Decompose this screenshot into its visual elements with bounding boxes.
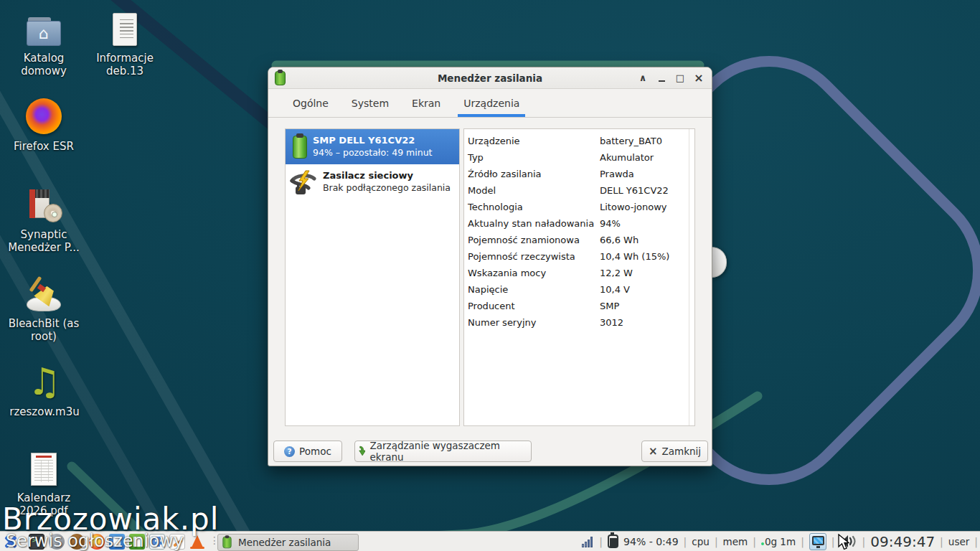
document-icon (113, 13, 137, 46)
screensaver-arrow-icon (355, 446, 365, 457)
tray-battery-icon[interactable] (608, 534, 618, 548)
separator: | (940, 536, 943, 547)
desktop-icon-deb-info[interactable]: Informacje deb.13 (83, 9, 167, 78)
device-status: Brak podłączonego zasilania (323, 182, 451, 194)
bleachbit-icon (24, 276, 64, 311)
close-x-icon: × (649, 445, 658, 458)
desktop-icon-label: rzeszow.m3u (2, 405, 87, 418)
clock[interactable]: 09:49:47 (870, 533, 935, 550)
home-folder-icon: ⌂ (27, 17, 61, 46)
device-row-battery[interactable]: SMP DELL Y61CV22 94% – pozostało: 49 min… (286, 129, 459, 164)
shade-icon[interactable]: ∧ (637, 72, 649, 84)
music-note-icon: ♫ (28, 364, 62, 400)
task-button-label: Menedżer zasilania (238, 537, 331, 548)
tab-bar: Ogólne System Ekran Urządzenia (268, 89, 712, 118)
table-row: TechnologiaLitowo-jonowy (468, 199, 694, 215)
device-details-table: Urządzeniebattery_BAT0 TypAkumulator Źró… (463, 128, 695, 426)
task-button-power-manager[interactable]: Menedżer zasilania (217, 534, 359, 551)
separator: | (684, 536, 687, 547)
desktop-icon-label: Firefox ESR (1, 140, 86, 153)
separator: | (862, 536, 866, 547)
minimize-icon[interactable] (656, 72, 667, 84)
calendar-icon (31, 453, 57, 486)
desktop-icon-playlist[interactable]: ♫ rzeszow.m3u (2, 362, 87, 418)
device-row-ac[interactable]: Zasilacz sieciowy Brak podłączonego zasi… (286, 164, 459, 199)
desktop-icon-firefox[interactable]: Firefox ESR (1, 97, 86, 153)
screensaver-button[interactable]: Zarządzanie wygaszaczem ekranu (354, 441, 532, 462)
table-row: Numer seryjny3012 (468, 314, 694, 331)
table-row: Źródło zasilaniaPrawda (468, 166, 694, 182)
mem-monitor[interactable]: mem (723, 536, 748, 547)
device-name: Zasilacz sieciowy (323, 170, 451, 182)
table-row: Pojemność znamionowa66,6 Wh (468, 232, 694, 248)
firefox-icon (26, 98, 62, 134)
separator: | (715, 536, 718, 547)
power-manager-window: Menedżer zasilania ∧ □ × Ogólne System E… (268, 67, 712, 466)
user-label: user (948, 536, 969, 547)
separator: | (753, 536, 756, 547)
desktop-icon-synaptic[interactable]: Synaptic Menedżer P... (1, 185, 86, 255)
tab-ekran[interactable]: Ekran (400, 89, 452, 117)
device-name: SMP DELL Y61CV22 (313, 135, 433, 147)
tray-battery-text[interactable]: 94% - 0:49 (623, 536, 679, 547)
table-row: Pojemność rzeczywista10,4 Wh (15%) (468, 248, 694, 265)
help-button-label: Pomoc (299, 446, 331, 457)
maximize-icon[interactable]: □ (674, 72, 686, 84)
table-row: Aktualny stan naładowania94% (468, 215, 694, 232)
table-row: ModelDELL Y61CV22 (468, 182, 694, 199)
device-list: SMP DELL Y61CV22 94% – pozostało: 49 min… (285, 128, 460, 426)
desktop-icon-label: Informacje deb.13 (83, 52, 167, 78)
titlebar[interactable]: Menedżer zasilania ∧ □ × (268, 67, 712, 89)
table-row: Napięcie10,4 V (468, 281, 694, 298)
desktop-icon-label: Katalog domowy (1, 52, 86, 78)
battery-icon (222, 537, 231, 548)
separator: | (801, 536, 804, 547)
close-window-button[interactable]: × Zamknij (641, 441, 708, 462)
network-monitor-icon[interactable] (809, 533, 826, 550)
synaptic-icon (25, 188, 62, 222)
tab-ogolne[interactable]: Ogólne (281, 89, 340, 117)
tab-urzadzenia[interactable]: Urządzenia (452, 89, 531, 117)
table-row: Urządzeniebattery_BAT0 (468, 133, 694, 149)
separator: | (599, 536, 603, 547)
desktop-icon-home[interactable]: ⌂ Katalog domowy (1, 9, 86, 78)
net-monitor[interactable]: 0g 1m (761, 536, 796, 547)
help-icon: ? (284, 446, 295, 457)
device-status: 94% – pozostało: 49 minut (313, 147, 433, 159)
tab-system[interactable]: System (340, 89, 400, 117)
close-button-label: Zamknij (662, 446, 702, 457)
separator: | (831, 536, 835, 547)
battery-app-icon (275, 71, 286, 85)
table-row: ProducentSMP (468, 298, 694, 314)
speaker-icon[interactable] (841, 535, 857, 547)
ac-plug-icon (290, 169, 317, 195)
battery-icon (293, 136, 307, 159)
watermark-subtitle: Serwis ogłoszeniowy (6, 531, 184, 551)
desktop-icon-bleachbit[interactable]: BleachBit (as root) (1, 274, 86, 344)
close-icon[interactable]: × (693, 72, 705, 84)
status-dot (761, 542, 764, 545)
desktop-icon-label: BleachBit (as root) (1, 317, 86, 344)
table-row: Wskazania mocy12,2 W (468, 265, 694, 281)
table-row: TypAkumulator (468, 149, 694, 166)
cpu-monitor[interactable]: cpu (692, 536, 710, 547)
screensaver-button-label: Zarządzanie wygaszaczem ekranu (369, 440, 531, 463)
help-button[interactable]: ? Pomoc (273, 441, 342, 462)
desktop-icon-label: Synaptic Menedżer P... (1, 228, 86, 255)
separator: | (974, 536, 978, 547)
signal-strength-icon[interactable] (582, 536, 593, 547)
